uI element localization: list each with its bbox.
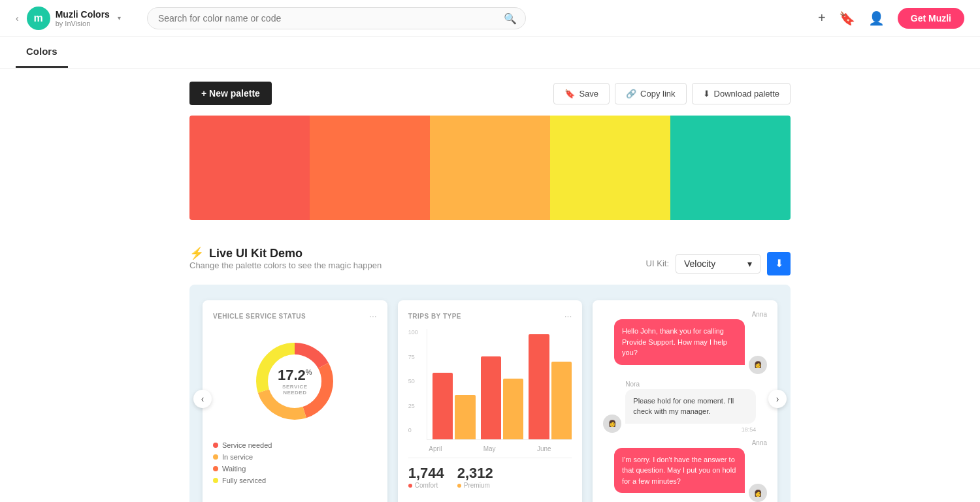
ui-kit-dropdown[interactable]: Velocity ▾ [676, 254, 760, 274]
bar-april-2 [455, 395, 475, 439]
legend-in-service: In service [213, 453, 377, 461]
vehicle-card-title: VEHICLE SERVICE STATUS [213, 313, 306, 320]
next-arrow[interactable]: › [768, 390, 787, 408]
y-label-25: 25 [408, 403, 418, 409]
chat-sender-anna-1: Anna [603, 311, 767, 318]
download-uikit-icon: ⬇ [775, 257, 783, 270]
bar-chart-area [427, 329, 572, 440]
prev-arrow[interactable]: ‹ [193, 390, 212, 408]
y-label-100: 100 [408, 329, 418, 336]
bolt-icon: ⚡ [189, 246, 204, 260]
y-label-50: 50 [408, 378, 418, 384]
bar-june-1 [529, 334, 549, 439]
y-label-75: 75 [408, 354, 418, 360]
x-label-may: May [483, 445, 496, 452]
donut-center: 17.2% SERVICENEEDED [278, 367, 312, 396]
user-icon[interactable]: 👤 [868, 10, 885, 26]
color-swatches [189, 116, 791, 220]
chat-sender-anna-2: Anna [603, 439, 767, 447]
tab-colors[interactable]: Colors [16, 37, 68, 68]
chat-row-anna-2: I'm sorry. I don't have the answer to th… [603, 448, 767, 503]
tabs-bar: Colors [0, 37, 980, 69]
y-label-0: 0 [408, 427, 418, 433]
live-demo-title-group: ⚡ Live UI Kit Demo Change the palette co… [189, 246, 382, 281]
chat-bubble-nora: Please hold for one moment. I'll check w… [625, 389, 756, 424]
chat-row-anna-1: Hello John, thank you for calling Provid… [603, 319, 767, 374]
avatar-anna-1: 👩 [749, 356, 767, 374]
trips-card: TRIPS BY TYPE ··· [398, 300, 583, 502]
chevron-down-icon: ▾ [747, 259, 752, 269]
link-icon: 🔗 [626, 89, 636, 99]
x-label-april: April [429, 445, 442, 452]
stat-premium-label: Premium [464, 482, 490, 489]
bar-may-1 [481, 356, 501, 439]
chat-sender-nora: Nora [625, 381, 767, 388]
download-palette-button[interactable]: ⬇ Download palette [692, 83, 791, 104]
chevron-left-icon[interactable]: ‹ [16, 13, 19, 24]
bookmark-icon[interactable]: 🔖 [839, 10, 855, 26]
donut-container: 17.2% SERVICENEEDED [213, 329, 377, 433]
chat-row-nora: 👩 Please hold for one moment. I'll check… [603, 389, 767, 433]
swatch-4[interactable] [670, 116, 791, 220]
live-demo-subtitle: Change the palette colors to see the mag… [189, 260, 382, 270]
bar-chart-wrapper: 100 75 50 25 0 [408, 329, 572, 440]
ui-kit-selector: UI Kit: Velocity ▾ ⬇ [646, 252, 791, 275]
swatch-1[interactable] [310, 116, 430, 220]
chat-msg-1: Anna Hello John, thank you for calling P… [603, 311, 767, 374]
bar-group-june [529, 334, 572, 439]
legend-service-needed: Service needed [213, 441, 377, 449]
legend-dot-orange [213, 466, 218, 471]
palette-actions: 🔖 Save 🔗 Copy link ⬇ Download palette [553, 83, 791, 104]
vehicle-legend: Service needed In service Waiting Fully … [213, 441, 377, 492]
chat-bubble-anna-1: Hello John, thank you for calling Provid… [614, 319, 745, 365]
stat-dot-premium [457, 484, 461, 488]
ui-kit-label: UI Kit: [646, 259, 669, 268]
swatch-2[interactable] [430, 116, 550, 220]
swatch-3[interactable] [550, 116, 670, 220]
search-input[interactable] [147, 7, 526, 29]
legend-dot-red [213, 443, 218, 448]
live-demo-section: ⚡ Live UI Kit Demo Change the palette co… [189, 246, 791, 502]
chat-time-anna-1: 18:54 [614, 368, 745, 374]
legend-dot-peach [213, 454, 218, 460]
stat-dot-comfort [408, 484, 412, 488]
stat-comfort: 1,744 Comfort [408, 465, 444, 489]
brand-sub: by InVision [56, 20, 110, 27]
donut-label: SERVICENEEDED [278, 384, 312, 396]
add-button[interactable]: + [818, 10, 826, 25]
header-right: + 🔖 👤 Get Muzli [818, 8, 964, 29]
vehicle-card-menu[interactable]: ··· [369, 311, 377, 321]
bookmark-save-icon: 🔖 [564, 89, 575, 99]
chat-msg-2: Nora 👩 Please hold for one moment. I'll … [603, 381, 767, 433]
vehicle-service-card: VEHICLE SERVICE STATUS ··· [203, 300, 387, 502]
logo-letter: m [34, 12, 43, 24]
copy-link-button[interactable]: 🔗 Copy link [615, 83, 686, 104]
avatar-nora: 👩 [603, 415, 621, 433]
trips-card-menu[interactable]: ··· [564, 311, 572, 321]
main-content: + New palette 🔖 Save 🔗 Copy link ⬇ Downl… [0, 69, 980, 502]
x-label-june: June [537, 445, 551, 452]
live-demo-header: ⚡ Live UI Kit Demo Change the palette co… [189, 246, 791, 281]
demo-preview: ‹ VEHICLE SERVICE STATUS ··· [189, 285, 791, 502]
card-title-row: VEHICLE SERVICE STATUS ··· [213, 311, 377, 321]
get-muzli-button[interactable]: Get Muzli [898, 8, 964, 29]
save-button[interactable]: 🔖 Save [553, 83, 610, 104]
chat-time-nora: 18:54 [625, 426, 756, 433]
bar-group-may [481, 356, 524, 439]
brand-text: Muzli Colors by InVision [56, 9, 110, 27]
legend-fully-serviced: Fully serviced [213, 477, 377, 484]
brand-name: Muzli Colors [56, 9, 110, 20]
search-bar: 🔍 [147, 7, 526, 29]
avatar-anna-2: 👩 [749, 484, 767, 502]
x-axis-labels: April May June [408, 445, 572, 452]
swatch-0[interactable] [189, 116, 310, 220]
chat-msg-3: Anna I'm sorry. I don't have the answer … [603, 439, 767, 503]
trips-card-title: TRIPS BY TYPE [408, 313, 461, 320]
bar-june-2 [551, 362, 572, 439]
bar-may-2 [503, 379, 523, 439]
ui-kit-value: Velocity [684, 259, 715, 269]
new-palette-button[interactable]: + New palette [189, 82, 272, 105]
brand-logo[interactable]: ‹ m Muzli Colors by InVision ▾ [16, 7, 121, 30]
logo-circle: m [27, 7, 50, 30]
download-uikit-button[interactable]: ⬇ [767, 252, 791, 275]
